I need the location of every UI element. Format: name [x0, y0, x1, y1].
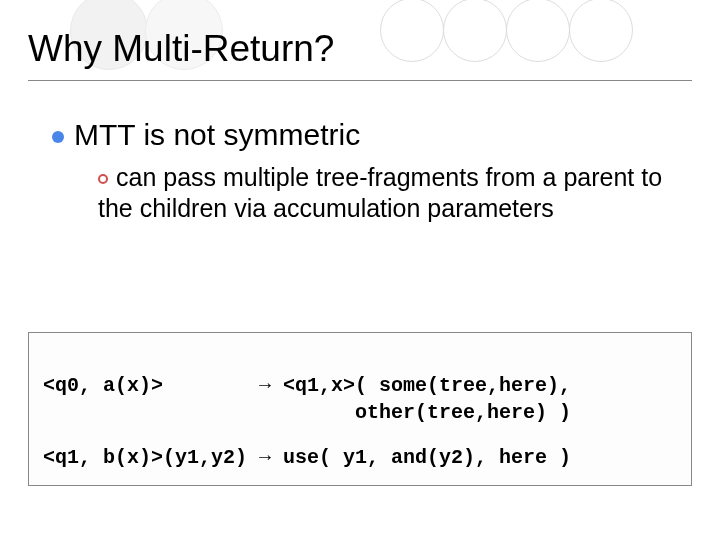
decoration-circle — [506, 0, 570, 62]
bullet-level-2-text-a: can pass multiple tree-fragments — [116, 163, 486, 191]
code-line-1b: other(tree,here) ) — [43, 401, 571, 424]
bullet-level-1: MTT is not symmetric — [52, 118, 360, 152]
decoration-circle — [569, 0, 633, 62]
decoration-circle — [380, 0, 444, 62]
bullet-level-2-text-b: via accumulation parameters — [227, 194, 554, 222]
bullet-level-2: can pass multiple tree-fragments from a … — [98, 162, 680, 225]
code-box: <q0, a(x)> → <q1,x>( some(tree,here), ot… — [28, 332, 692, 486]
bullet-dot-icon — [52, 131, 64, 143]
code-line-2: <q1, b(x)>(y1,y2) → use( y1, and(y2), he… — [43, 446, 571, 469]
bullet-ring-icon — [98, 174, 108, 184]
bullet-level-1-text: MTT is not symmetric — [74, 118, 360, 151]
title-underline — [28, 80, 692, 81]
slide: Why Multi-Return? MTT is not symmetric c… — [0, 0, 720, 540]
code-line-1a: <q0, a(x)> → <q1,x>( some(tree,here), — [43, 374, 571, 397]
slide-title: Why Multi-Return? — [28, 28, 334, 70]
decoration-circle — [443, 0, 507, 62]
